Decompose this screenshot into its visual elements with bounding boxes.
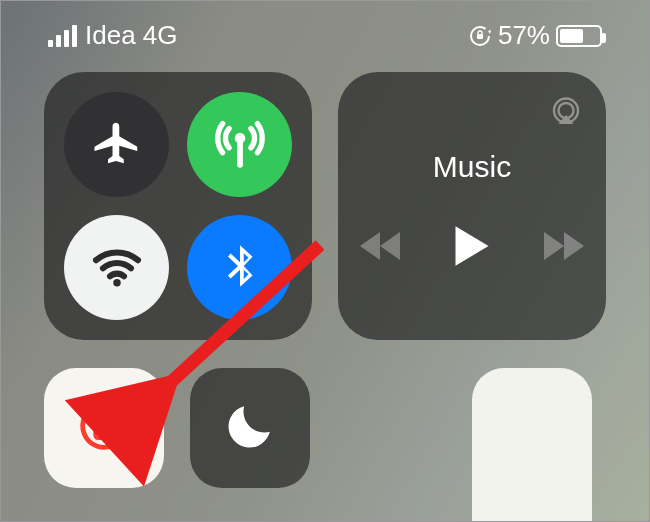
wifi-toggle[interactable]: [64, 215, 169, 320]
playback-controls: [358, 224, 586, 272]
moon-icon: [222, 398, 278, 458]
airplane-mode-toggle[interactable]: [64, 92, 169, 197]
bluetooth-icon: [215, 241, 265, 295]
carrier-label: Idea 4G: [85, 20, 178, 51]
status-right: 57%: [468, 20, 602, 51]
svg-rect-1: [477, 34, 483, 39]
fast-forward-button[interactable]: [540, 230, 586, 266]
play-button[interactable]: [452, 224, 492, 272]
connectivity-module: [44, 72, 312, 340]
status-left: Idea 4G: [48, 20, 178, 51]
rotation-lock-status-icon: [468, 24, 492, 48]
music-module[interactable]: Music: [338, 72, 606, 340]
wifi-icon: [89, 238, 145, 298]
airplay-icon[interactable]: [548, 94, 584, 134]
cellular-data-toggle[interactable]: [187, 92, 292, 197]
battery-icon: [556, 25, 602, 47]
svg-rect-6: [95, 423, 112, 438]
battery-fill: [560, 29, 583, 43]
svg-point-3: [113, 279, 120, 286]
signal-strength-icon: [48, 25, 77, 47]
airplane-icon: [90, 116, 144, 174]
music-title-label: Music: [433, 150, 511, 184]
rotation-lock-icon: [72, 394, 136, 462]
brightness-slider[interactable]: [472, 368, 592, 522]
do-not-disturb-toggle[interactable]: [190, 368, 310, 488]
battery-percent-label: 57%: [498, 20, 550, 51]
cellular-antenna-icon: [211, 114, 269, 176]
bluetooth-toggle[interactable]: [187, 215, 292, 320]
rewind-button[interactable]: [358, 230, 404, 266]
rotation-lock-toggle[interactable]: [44, 368, 164, 488]
status-bar: Idea 4G 57%: [0, 20, 650, 51]
